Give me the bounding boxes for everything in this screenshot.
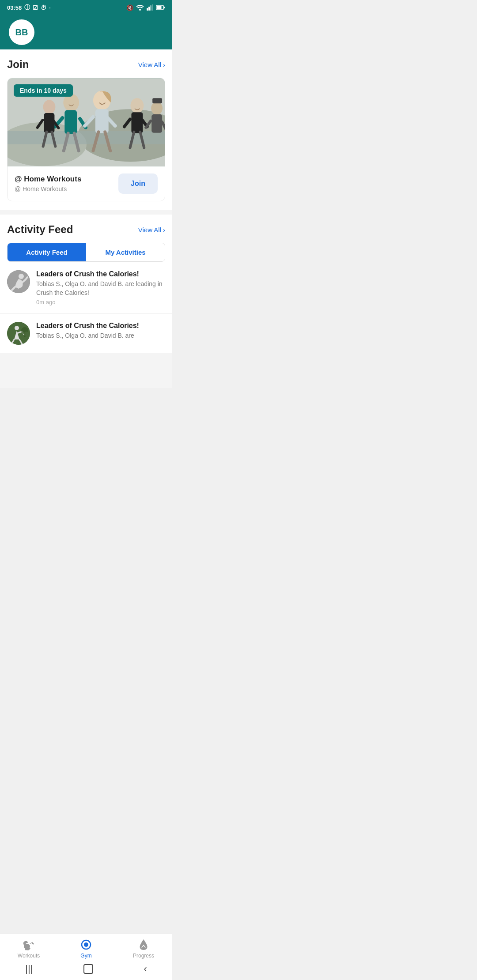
join-view-all-label: View All <box>138 61 161 68</box>
wifi-icon <box>136 4 144 11</box>
join-view-all[interactable]: View All › <box>138 61 165 68</box>
svg-point-30 <box>130 98 144 113</box>
info-icon: ⓘ <box>24 4 30 11</box>
activity-avatar-image-2 <box>7 322 30 345</box>
activity-avatar-image-1 <box>7 270 30 293</box>
activity-content-2: Leaders of Crush the Calories! Tobias S.… <box>36 322 139 340</box>
join-button[interactable]: Join <box>118 173 158 194</box>
header: BB <box>0 15 172 54</box>
activity-feed-title: Activity Feed <box>7 223 73 236</box>
tab-my-activities[interactable]: My Activities <box>86 243 165 261</box>
activity-view-all-label: View All <box>138 226 161 234</box>
activity-avatar-2 <box>7 322 30 345</box>
svg-rect-37 <box>152 98 162 103</box>
activity-item-2: Leaders of Crush the Calories! Tobias S.… <box>0 313 172 353</box>
svg-rect-4 <box>152 4 153 11</box>
chevron-right-icon: › <box>163 61 165 68</box>
activity-view-all[interactable]: View All › <box>138 226 165 234</box>
challenge-title: @ Home Workouts <box>15 175 81 184</box>
svg-point-24 <box>43 100 56 114</box>
activity-item: Leaders of Crush the Calories! Tobias S.… <box>0 262 172 313</box>
svg-rect-1 <box>147 8 148 11</box>
dot-indicator: · <box>49 4 51 11</box>
status-bar: 03:58 ⓘ ☑ ⏱ · 🔇 <box>0 0 172 15</box>
activity-content-1: Leaders of Crush the Calories! Tobias S.… <box>36 270 165 305</box>
svg-point-42 <box>19 274 24 279</box>
activity-description-2: Tobias S., Olga O. and David B. are <box>36 332 139 340</box>
challenge-text: @ Home Workouts @ Home Workouts <box>15 175 81 192</box>
challenge-image-container: Ends in 10 days <box>8 78 165 166</box>
svg-rect-25 <box>44 113 55 133</box>
activity-title-1: Leaders of Crush the Calories! <box>36 270 165 278</box>
avatar[interactable]: BB <box>9 19 34 45</box>
svg-rect-7 <box>164 7 165 8</box>
svg-point-36 <box>151 102 163 115</box>
svg-rect-38 <box>151 114 162 133</box>
join-title: Join <box>7 58 29 71</box>
battery-icon <box>156 5 165 10</box>
svg-point-44 <box>15 326 19 330</box>
signal-icon <box>147 4 154 11</box>
avatar-initials: BB <box>15 27 28 38</box>
status-left: 03:58 ⓘ ☑ ⏱ · <box>7 4 51 11</box>
svg-rect-13 <box>64 110 77 134</box>
svg-rect-19 <box>95 109 109 133</box>
svg-rect-6 <box>157 6 162 9</box>
activity-avatar-1 <box>7 270 30 293</box>
svg-rect-2 <box>148 7 150 11</box>
svg-point-47 <box>24 332 29 337</box>
svg-rect-3 <box>150 5 151 11</box>
challenge-card: Ends in 10 days @ Home Workouts @ Home W… <box>7 78 165 201</box>
activity-description-1: Tobias S., Olga O. and David B. are lead… <box>36 280 165 297</box>
status-right: 🔇 <box>126 4 165 11</box>
svg-point-0 <box>139 9 141 11</box>
mute-icon: 🔇 <box>126 4 133 11</box>
svg-rect-31 <box>131 112 143 133</box>
activity-chevron-right-icon: › <box>163 226 165 234</box>
activity-list: Leaders of Crush the Calories! Tobias S.… <box>0 262 172 353</box>
activity-time-1: 0m ago <box>36 299 165 305</box>
tabs-container: Activity Feed My Activities <box>7 243 165 262</box>
challenge-subtitle: @ Home Workouts <box>15 185 81 192</box>
join-section-header: Join View All › <box>7 58 165 71</box>
clipboard-icon: ☑ <box>33 4 38 11</box>
ends-badge: Ends in 10 days <box>14 84 73 97</box>
time-display: 03:58 <box>7 4 22 11</box>
activity-feed-section: Activity Feed View All › Activity Feed M… <box>0 215 172 262</box>
tab-activity-feed[interactable]: Activity Feed <box>8 243 86 261</box>
join-section: Join View All › <box>0 49 172 210</box>
activity-feed-header: Activity Feed View All › <box>7 223 165 236</box>
alarm-icon: ⏱ <box>41 4 46 11</box>
challenge-info: @ Home Workouts @ Home Workouts Join <box>8 166 165 201</box>
activity-title-2: Leaders of Crush the Calories! <box>36 322 139 330</box>
main-content: Join View All › <box>0 49 172 388</box>
